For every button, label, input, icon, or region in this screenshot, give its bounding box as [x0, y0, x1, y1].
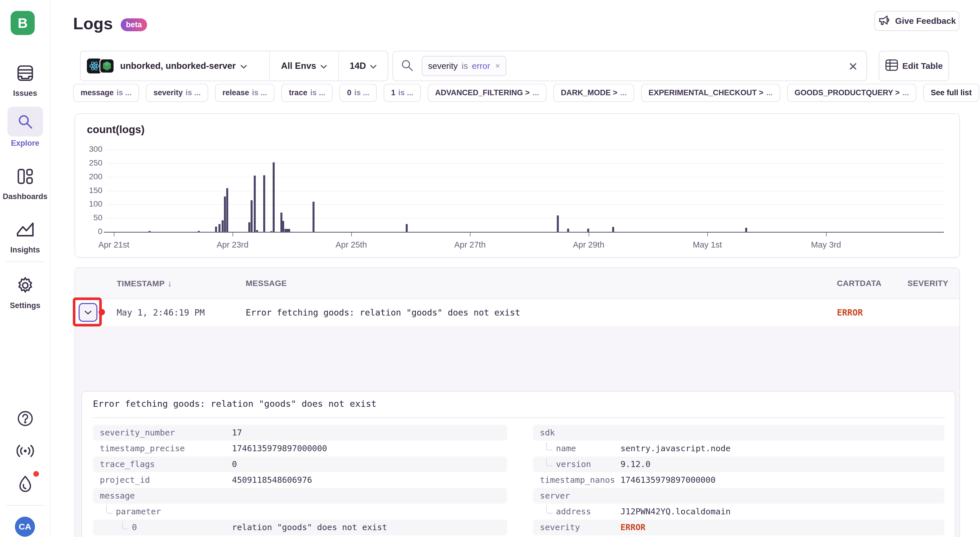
attribute-row-name[interactable]: namesentry.javascript.node: [533, 441, 945, 456]
attribute-row-template[interactable]: templateError fetching goods: %s: [93, 535, 507, 537]
attribute-row-severity_number[interactable]: severity_number17: [93, 425, 507, 441]
sidebar-item-insights[interactable]: Insights: [0, 217, 50, 255]
search-input[interactable]: severity is error × ✕: [393, 51, 867, 81]
filter-chip-advanced-filtering[interactable]: ADVANCED_FILTERING >...: [428, 84, 546, 102]
filter-chip-trace[interactable]: traceis ...: [281, 84, 332, 102]
filter-chip-goods-productquery[interactable]: GOODS_PRODUCTQUERY >...: [787, 84, 916, 102]
attribute-row-project_id[interactable]: project_id4509118548606976: [93, 472, 507, 488]
attribute-row-message[interactable]: message: [93, 488, 507, 504]
tree-connector: [546, 442, 552, 450]
chart-bar[interactable]: [148, 231, 151, 232]
attribute-row-severity[interactable]: severityERROR: [533, 519, 945, 535]
filter-chip-release[interactable]: releaseis ...: [215, 84, 275, 102]
filter-chip-severity[interactable]: severityis ...: [146, 84, 208, 102]
environment-selector[interactable]: All Envs: [269, 51, 338, 81]
sidebar-divider: [6, 505, 44, 506]
chart-bar[interactable]: [557, 215, 559, 232]
chart-bar[interactable]: [198, 231, 200, 232]
filter-chip-0[interactable]: 0is ...: [339, 84, 377, 102]
table-row[interactable]: May 1, 2:46:19 PM Error fetching goods: …: [75, 299, 959, 326]
edit-table-button[interactable]: Edit Table: [879, 51, 949, 81]
sidebar-item-label: Dashboards: [0, 192, 50, 201]
chart-bar[interactable]: [251, 200, 253, 232]
filter-chip-experimental-checkout[interactable]: EXPERIMENTAL_CHECKOUT >...: [641, 84, 780, 102]
column-header-cartdata[interactable]: CARTDATA: [837, 268, 881, 299]
chart-bar[interactable]: [224, 196, 226, 232]
date-range-selector[interactable]: 14D: [338, 51, 388, 81]
chart-bar[interactable]: [745, 228, 747, 232]
whats-new-icon[interactable]: [0, 475, 50, 493]
filter-chip-see-full-list[interactable]: See full list: [923, 84, 979, 102]
chip-suffix: ...: [533, 88, 539, 97]
chart-bar[interactable]: [270, 231, 272, 232]
chart-bar[interactable]: [256, 230, 258, 232]
filter-chip-message[interactable]: messageis ...: [73, 84, 139, 102]
attribute-key: message: [100, 488, 135, 504]
attribute-row-sdk[interactable]: sdk: [533, 425, 945, 441]
expand-row-button[interactable]: [79, 303, 97, 322]
chip-suffix: ...: [903, 88, 909, 97]
attribute-row-version[interactable]: version9.12.0: [533, 456, 945, 472]
x-axis-tick: [470, 233, 471, 236]
sidebar-item-settings[interactable]: Settings: [0, 273, 50, 310]
chart-bar[interactable]: [406, 224, 408, 232]
chip-label: 1: [391, 88, 395, 97]
attribute-row-0[interactable]: 0relation "goods" does not exist: [93, 519, 507, 535]
tree-connector: [546, 458, 552, 466]
attribute-row-timestamp_precise[interactable]: timestamp_precise1746135979897000000: [93, 441, 507, 456]
chart-bar[interactable]: [218, 224, 221, 232]
attribute-value: 1746135979897000000: [232, 441, 327, 456]
chip-label: release: [223, 88, 249, 97]
search-filter-token[interactable]: severity is error ×: [422, 56, 506, 76]
org-logo[interactable]: B: [11, 11, 35, 35]
filter-chip-dark-mode[interactable]: DARK_MODE >...: [554, 84, 634, 102]
attribute-key: version: [556, 456, 591, 472]
sidebar-item-dashboards[interactable]: Dashboards: [0, 164, 50, 201]
attribute-key: parameter: [116, 504, 161, 519]
chart-bar[interactable]: [587, 229, 589, 232]
chart-bar[interactable]: [254, 175, 256, 232]
x-axis-tick: [589, 233, 589, 236]
x-axis-tick-label: Apr 29th: [560, 240, 617, 250]
clear-search-icon[interactable]: ✕: [848, 51, 858, 82]
chart-plot-area[interactable]: 050100150200250300Apr 21stApr 23rdApr 25…: [75, 114, 959, 257]
attribute-row-parameter[interactable]: parameter: [93, 504, 507, 519]
dashboards-icon: [16, 167, 35, 186]
attribute-row-timestamp_nanos[interactable]: timestamp_nanos1746135979897000000: [533, 472, 945, 488]
attribute-row-trace_flags[interactable]: trace_flags0: [93, 456, 507, 472]
filter-chip-1[interactable]: 1is ...: [383, 84, 421, 102]
chevron-down-icon: [240, 61, 247, 71]
attribute-row-stack[interactable]: stackerror: relation "goods" does not ex…: [533, 535, 945, 537]
broadcast-icon[interactable]: [0, 443, 50, 459]
user-avatar[interactable]: CA: [15, 516, 35, 537]
filter-suggestion-chips: messageis ...severityis ...releaseis ...…: [73, 84, 979, 102]
y-axis-tick-label: 150: [75, 186, 102, 195]
chart-bar[interactable]: [567, 229, 569, 232]
give-feedback-button[interactable]: Give Feedback: [875, 11, 959, 31]
chart-bar[interactable]: [288, 229, 290, 232]
attribute-row-address[interactable]: addressJ12PWN42YQ.localdomain: [533, 504, 945, 519]
chart-bar[interactable]: [312, 202, 315, 232]
column-header-message[interactable]: MESSAGE: [246, 268, 287, 299]
project-selector[interactable]: unborked, unborked-server: [81, 51, 269, 81]
column-header-severity[interactable]: SEVERITY: [907, 268, 948, 299]
sidebar-item-explore[interactable]: Explore: [0, 107, 50, 148]
chart-bar[interactable]: [282, 221, 284, 232]
chart-bar[interactable]: [226, 188, 228, 232]
chart-bar[interactable]: [612, 227, 614, 232]
sidebar-item-label: Explore: [0, 139, 50, 148]
chart-bar[interactable]: [248, 222, 250, 232]
chart-bar[interactable]: [273, 163, 275, 232]
x-axis-tick: [351, 233, 352, 236]
y-axis-tick-label: 250: [75, 158, 102, 167]
attribute-row-server[interactable]: server: [533, 488, 945, 504]
token-remove-icon[interactable]: ×: [494, 61, 500, 70]
chart-bar[interactable]: [222, 220, 224, 232]
search-icon: [401, 59, 414, 73]
help-icon[interactable]: [0, 410, 50, 427]
column-header-timestamp[interactable]: TIMESTAMP↓: [117, 268, 172, 299]
attribute-value: sentry.javascript.node: [620, 441, 730, 456]
sidebar-item-issues[interactable]: Issues: [0, 61, 50, 98]
chart-bar[interactable]: [215, 226, 217, 232]
chart-bar[interactable]: [263, 175, 265, 232]
